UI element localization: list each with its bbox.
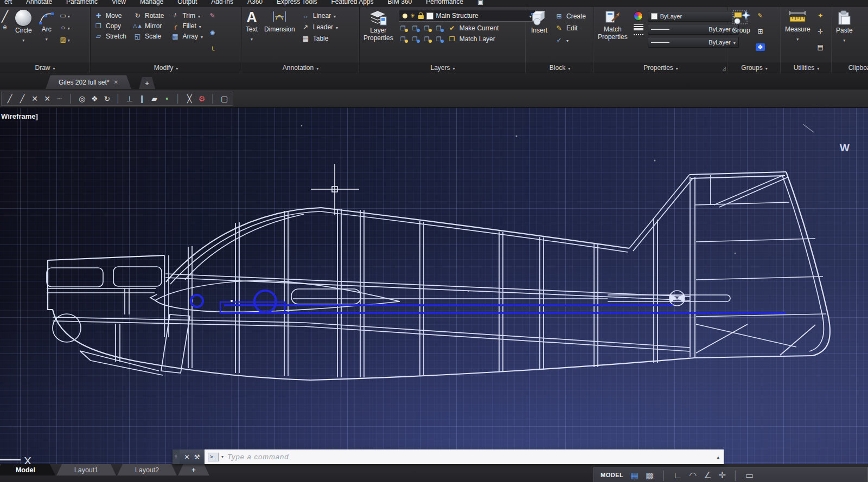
- snap-perpendicular-icon[interactable]: ⊥: [126, 94, 133, 104]
- linear-dropdown-caret[interactable]: [334, 12, 336, 20]
- layer-selector[interactable]: ☀ Main Structure: [399, 10, 535, 22]
- rectangle-button[interactable]: ▭: [59, 10, 70, 20]
- ribbon-tab-parametric[interactable]: Parametric: [66, 0, 98, 7]
- snap-midpoint-icon[interactable]: ╱: [18, 94, 26, 104]
- group-selection-icon[interactable]: ❖: [756, 43, 765, 51]
- layer-freeze-icon[interactable]: [411, 24, 419, 32]
- snap-center-icon[interactable]: ◎: [78, 94, 86, 104]
- snap-node-icon[interactable]: •: [163, 94, 171, 104]
- id-point-icon[interactable]: ✛: [816, 28, 825, 35]
- explode-icon[interactable]: ✺: [208, 29, 217, 37]
- ribbon-tab-output[interactable]: Output: [177, 0, 197, 7]
- ribbon-tab-a360[interactable]: A360: [247, 0, 263, 7]
- quick-calc-icon[interactable]: ▤: [816, 43, 825, 51]
- arc-dropdown-caret[interactable]: [46, 35, 48, 42]
- panel-title-draw[interactable]: Draw: [0, 62, 90, 73]
- snap-settings-icon[interactable]: ⚙: [198, 94, 206, 104]
- snap-endpoint-icon[interactable]: ╱: [6, 94, 14, 104]
- table-button[interactable]: ▦Table: [300, 34, 339, 43]
- panel-title-clipboard[interactable]: Clipboard: [832, 62, 868, 73]
- linear-button[interactable]: ↔Linear: [300, 11, 339, 20]
- new-layout-button[interactable]: +: [178, 464, 209, 475]
- ortho-toggle-icon[interactable]: ∟: [673, 470, 682, 481]
- create-block-button[interactable]: ⊞Create: [553, 11, 587, 21]
- rotate-button[interactable]: ↻Rotate: [132, 11, 165, 20]
- snap-nearest-icon[interactable]: ╳: [186, 94, 193, 104]
- panel-title-block[interactable]: Block: [526, 62, 593, 73]
- snap-extension-icon[interactable]: ┄: [56, 94, 63, 104]
- tab-close-icon[interactable]: ✕: [114, 79, 118, 85]
- model-space-toggle[interactable]: MODEL: [601, 470, 623, 478]
- trim-button[interactable]: -/-Trim: [169, 11, 204, 20]
- panel-title-utilities[interactable]: Utilities: [781, 62, 832, 73]
- measure-button[interactable]: Measure: [782, 9, 813, 43]
- mirror-button[interactable]: △▲Mirror: [132, 21, 165, 30]
- polar-tracking-icon[interactable]: ◠: [689, 470, 697, 481]
- command-input[interactable]: [226, 452, 720, 461]
- measure-dropdown-caret[interactable]: [796, 35, 799, 42]
- lineweight-icon[interactable]: [634, 24, 643, 30]
- text-dropdown-caret[interactable]: [251, 35, 253, 42]
- layer-unlock-icon[interactable]: [418, 15, 424, 19]
- ribbon-tab-insert[interactable]: ert: [4, 0, 12, 7]
- ungroup-icon[interactable]: ⊞: [756, 28, 765, 35]
- join-icon[interactable]: ╰: [208, 47, 217, 54]
- array-dropdown-caret[interactable]: [201, 33, 203, 40]
- command-customize-wrench-icon[interactable]: ⚒: [194, 453, 200, 461]
- snap-quadrant-icon[interactable]: ❖: [91, 94, 98, 104]
- ribbon-tab-annotate[interactable]: Annotate: [26, 0, 52, 7]
- snap-toggle-icon[interactable]: ▩: [646, 470, 654, 481]
- grid-toggle-icon[interactable]: ▦: [630, 470, 639, 481]
- scale-button[interactable]: ◱Scale: [132, 31, 165, 41]
- line-button[interactable]: ╱ e: [1, 9, 11, 33]
- dynamic-input-icon[interactable]: ▭: [745, 470, 754, 481]
- layer-off-icon[interactable]: [423, 24, 431, 32]
- copy-button[interactable]: ❐Copy: [93, 21, 127, 30]
- panel-title-layers[interactable]: Layers: [360, 62, 526, 73]
- layer-color-swatch[interactable]: [426, 12, 433, 20]
- command-bar-drag-handle[interactable]: ⠿: [173, 449, 180, 464]
- snap-parallel-icon[interactable]: ∥: [138, 94, 146, 104]
- edit-block-button[interactable]: ✎Edit: [553, 23, 587, 33]
- block-attributes-caret[interactable]: [566, 36, 569, 44]
- drawing-canvas[interactable]: Wireframe]: [0, 108, 868, 464]
- command-history-up-icon[interactable]: ▴: [717, 454, 719, 460]
- trim-dropdown-caret[interactable]: [198, 12, 200, 20]
- erase-icon[interactable]: ✎: [208, 12, 217, 20]
- ribbon-tab-manage[interactable]: Manage: [140, 0, 163, 7]
- layer-on-all-icon[interactable]: [423, 35, 431, 43]
- tab-model[interactable]: Model: [0, 464, 55, 475]
- snap-intersection-icon[interactable]: ✕: [31, 94, 39, 104]
- tab-layout2[interactable]: Layout2: [117, 464, 177, 475]
- document-tab-active[interactable]: Giles 202 full set* ✕: [46, 75, 131, 89]
- ribbon-tab-addins[interactable]: Add-ins: [211, 0, 233, 7]
- snap-insert-icon[interactable]: ▰: [151, 94, 158, 104]
- dimension-button[interactable]: Dimension: [261, 9, 298, 35]
- object-color-select[interactable]: ByLayer: [648, 11, 739, 22]
- insert-button[interactable]: Insert: [527, 9, 551, 36]
- block-attributes-button[interactable]: ✓: [553, 35, 587, 44]
- circle-dropdown-caret[interactable]: [22, 36, 24, 43]
- layer-on-icon[interactable]: [403, 14, 407, 18]
- circle-button[interactable]: Circle: [12, 9, 35, 44]
- ribbon-tab-bim360[interactable]: BIM 360: [388, 0, 412, 7]
- move-button[interactable]: ✚Move: [93, 11, 127, 20]
- new-tab-button[interactable]: +: [139, 77, 155, 89]
- tab-layout1[interactable]: Layout1: [56, 464, 116, 475]
- ribbon-tab-performance[interactable]: Performance: [426, 0, 463, 7]
- recent-commands-caret[interactable]: ▾: [221, 454, 224, 459]
- match-layer-button[interactable]: ❐Match Layer: [446, 34, 496, 43]
- linetype-select[interactable]: ByLayer: [648, 37, 739, 48]
- group-button[interactable]: Group: [729, 9, 753, 36]
- ribbon-tab-view[interactable]: View: [112, 0, 126, 7]
- command-prompt-icon[interactable]: >_: [208, 453, 219, 461]
- ribbon-tab-featured-apps[interactable]: Featured Apps: [331, 0, 373, 7]
- layer-thaw-icon[interactable]: ☀: [410, 13, 416, 19]
- fillet-dropdown-caret[interactable]: [199, 22, 201, 30]
- group-edit-icon[interactable]: ✎: [756, 12, 765, 20]
- panel-title-modify[interactable]: Modify: [91, 62, 241, 73]
- command-input-area[interactable]: >_ ▾ ▴: [205, 449, 724, 464]
- ellipse-button[interactable]: ○: [59, 22, 70, 32]
- stretch-button[interactable]: ▱Stretch: [93, 31, 127, 41]
- properties-dialog-launcher[interactable]: ◿: [723, 66, 726, 71]
